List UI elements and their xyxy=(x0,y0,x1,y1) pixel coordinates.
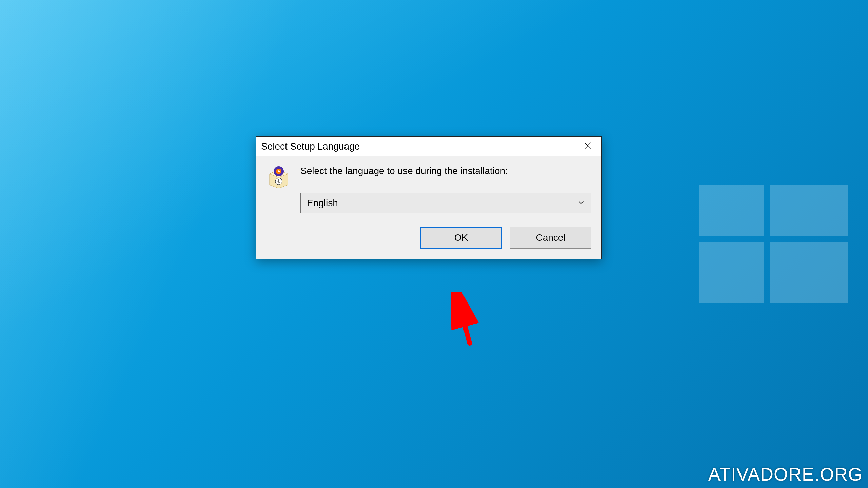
cancel-button[interactable]: Cancel xyxy=(510,227,591,249)
chevron-down-icon xyxy=(577,199,585,208)
language-selected-value: English xyxy=(307,198,577,209)
watermark-text: ATIVADORE.ORG xyxy=(708,464,863,485)
dialog-titlebar: Select Setup Language xyxy=(256,137,601,156)
dialog-button-row: OK Cancel xyxy=(256,217,601,259)
windows-logo-icon xyxy=(699,185,848,303)
language-dropdown[interactable]: English xyxy=(300,193,591,213)
ok-button[interactable]: OK xyxy=(420,227,502,249)
instruction-text: Select the language to use during the in… xyxy=(300,164,591,177)
close-button[interactable] xyxy=(574,137,601,156)
installer-box-icon xyxy=(267,164,291,188)
dialog-title: Select Setup Language xyxy=(256,141,574,152)
setup-language-dialog: Select Setup Language xyxy=(256,136,602,259)
close-icon xyxy=(584,142,592,151)
